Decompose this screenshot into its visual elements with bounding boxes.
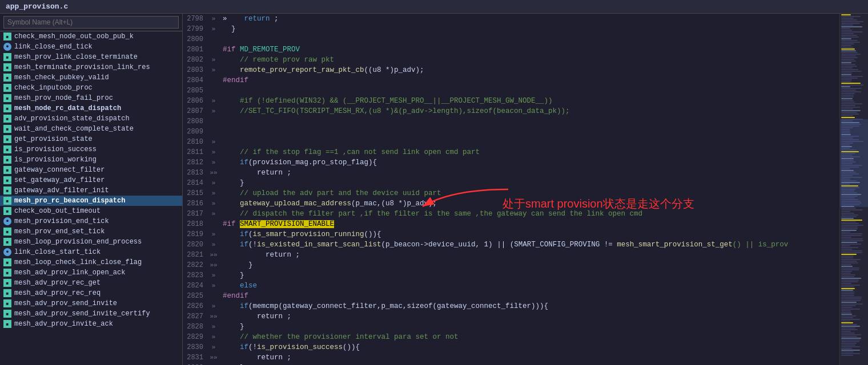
symbol-item[interactable]: ■mesh_adv_prov_rec_req	[0, 288, 182, 298]
symbol-item[interactable]: ■mesh_pro_rc_beacon_dispatch	[0, 196, 182, 206]
symbol-item[interactable]: ■gateway_adv_filter_init	[0, 185, 182, 196]
symbol-item[interactable]: ■is_provision_success	[0, 144, 182, 155]
code-row: 2800	[183, 34, 839, 44]
symbol-item[interactable]: ●link_close_end_tick	[0, 42, 182, 52]
minimap-line	[841, 78, 858, 79]
line-code: }	[220, 24, 839, 34]
line-number: 2806	[183, 96, 207, 106]
code-token: SMART_PROVISION_ENABLE	[240, 220, 334, 228]
symbol-item[interactable]: ■mesh_prov_node_fail_proc	[0, 93, 182, 103]
code-row: 2825#endif	[183, 291, 839, 301]
symbol-search-input[interactable]	[3, 16, 179, 29]
line-code: //SET_TC_FIFO(TSCRIPT_MESH_RX,(u8 *)&(p_…	[220, 106, 839, 116]
symbol-item[interactable]: ■mesh_adv_prov_rec_get	[0, 278, 182, 288]
symbol-item[interactable]: ■gateway_connect_filter	[0, 165, 182, 175]
symbol-item[interactable]: ■mesh_prov_link_close_terminate	[0, 52, 182, 62]
symbol-item[interactable]: ■get_provision_state	[0, 134, 182, 144]
symbol-item[interactable]: ■is_provision_working	[0, 155, 182, 165]
code-row: 2818#if SMART_PROVISION_ENABLE	[183, 219, 839, 229]
symbol-item[interactable]: ■mesh_prov_end_set_tick	[0, 226, 182, 237]
code-row: 2824» else	[183, 281, 839, 291]
symbol-item[interactable]: ■mesh_adv_prov_link_open_ack	[0, 267, 182, 278]
minimap-line	[841, 257, 853, 258]
code-row: 2823» }	[183, 270, 839, 281]
symbol-icon: ●	[3, 248, 11, 256]
symbol-name: check_oob_out_timeout	[14, 207, 101, 215]
line-code	[220, 34, 839, 44]
minimap-line	[841, 211, 850, 212]
minimap-line	[841, 228, 858, 229]
line-number: 2817	[183, 209, 207, 219]
line-arrow: »	[207, 147, 220, 157]
minimap-line	[841, 353, 860, 354]
symbol-item[interactable]: ■check_oob_out_timeout	[0, 206, 182, 216]
minimap-line	[841, 341, 859, 342]
line-number: 2805	[183, 86, 207, 96]
minimap-viewport	[840, 119, 868, 207]
line-number: 2825	[183, 291, 207, 301]
minimap-line	[841, 213, 854, 214]
minimap-line	[841, 83, 861, 84]
symbol-item[interactable]: ●mesh_provision_end_tick	[0, 216, 182, 226]
symbol-item[interactable]: ●link_close_start_tick	[0, 247, 182, 257]
symbol-icon: ■	[3, 238, 11, 246]
minimap-line	[841, 108, 853, 110]
symbol-item[interactable]: ■mesh_adv_prov_send_invite	[0, 298, 182, 309]
line-number: 2798	[183, 14, 207, 24]
minimap-line	[841, 240, 863, 241]
code-row: 2805	[183, 86, 839, 96]
minimap-line	[841, 88, 862, 89]
minimap-line	[841, 98, 853, 99]
minimap-line	[841, 208, 856, 209]
symbol-item[interactable]: ■check_inputoob_proc	[0, 83, 182, 93]
line-arrow: »	[207, 281, 220, 291]
symbol-item[interactable]: ■adv_provision_state_dispatch	[0, 113, 182, 124]
minimap-line	[841, 47, 854, 48]
line-number: 2823	[183, 270, 207, 281]
symbol-item[interactable]: ■mesh_terminate_provision_link_res	[0, 62, 182, 72]
symbol-item[interactable]: ■mesh_loop_provision_end_process	[0, 237, 182, 247]
symbol-name: mesh_provision_end_tick	[14, 217, 109, 225]
line-arrow: »	[207, 65, 220, 75]
minimap-line	[841, 247, 858, 248]
line-code: if(is_smart_provision_running()){	[220, 229, 839, 240]
symbol-item[interactable]: ■mesh_node_rc_data_dispatch	[0, 103, 182, 113]
symbol-item[interactable]: ■mesh_loop_check_link_close_flag	[0, 257, 182, 267]
code-row: 2817» // dispatch the filter part ,if th…	[183, 209, 839, 219]
code-row: 2830» if(!is_provision_success()){	[183, 342, 839, 352]
code-row: 2832» }	[183, 363, 839, 365]
line-code: #endif	[220, 291, 839, 301]
code-area[interactable]: 2798»» return ;2799» }2800 2801#if MD_RE…	[183, 14, 839, 365]
minimap-line	[841, 225, 863, 226]
symbol-item[interactable]: ■wait_and_check_complete_state	[0, 124, 182, 134]
minimap-line	[841, 291, 855, 293]
minimap-line	[841, 298, 862, 299]
code-token: MD_REMOTE_PROV	[240, 46, 300, 54]
minimap-line	[841, 252, 862, 253]
line-code	[220, 116, 839, 127]
symbol-item[interactable]: ■mesh_adv_prov_send_invite_certify	[0, 309, 182, 319]
code-token	[223, 282, 240, 290]
minimap-line	[841, 95, 854, 96]
code-token: }	[223, 271, 244, 279]
symbol-name: mesh_adv_prov_rec_get	[14, 279, 101, 287]
line-arrow: »	[207, 188, 220, 198]
minimap-line	[841, 355, 853, 356]
code-token	[223, 66, 240, 74]
code-row: 2813»» return ;	[183, 168, 839, 178]
minimap-line	[841, 84, 863, 86]
symbol-item[interactable]: ■set_gateway_adv_filter	[0, 175, 182, 185]
symbol-item[interactable]: ■mesh_adv_prov_invite_ack	[0, 319, 182, 329]
minimap-line	[841, 254, 857, 255]
symbol-item[interactable]: ■check_mesh_node_out_oob_pub_k	[0, 31, 182, 42]
minimap-line	[841, 250, 862, 252]
code-token: return ;	[223, 169, 291, 177]
symbol-item[interactable]: ■mesh_check_pubkey_valid	[0, 72, 182, 83]
minimap-line	[841, 90, 856, 91]
line-number: 2820	[183, 240, 207, 250]
line-code: }	[220, 260, 839, 270]
code-row: 2815» // upload the adv part and the dev…	[183, 188, 839, 198]
code-token: (memcmp(gateway_connect_filter,p_mac,siz…	[248, 302, 548, 310]
line-code: gateway_upload_mac_address(p_mac,(u8 *)p…	[220, 198, 839, 209]
minimap-line	[841, 237, 851, 238]
